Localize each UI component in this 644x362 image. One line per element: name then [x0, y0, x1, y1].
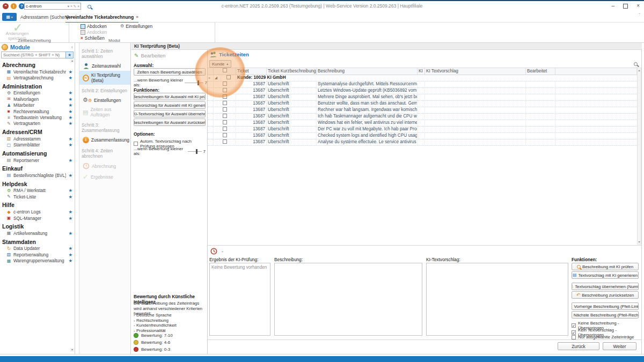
rating-slider[interactable]	[185, 80, 203, 85]
col-kurzbeschreibung[interactable]: Ticket Kurzbeschreibung	[267, 68, 317, 75]
dock-icon	[80, 30, 85, 35]
apply-suggestion-button[interactable]: ▥KI-Textvorschlag für Auswahl übernehmen	[134, 110, 206, 117]
detail-check-button[interactable]: Beschreibung mit KI prüfen	[572, 263, 639, 270]
col-ki-textvorschlag[interactable]: KI Textvorschlag	[425, 68, 526, 75]
sidebar-item-centron-logs[interactable]: ◆ c-entron Logs ★	[0, 209, 75, 215]
table-row[interactable]: 13687 Überschrift Ich hab Taskmannager a…	[208, 114, 637, 120]
sidebar-item-ticket-liste[interactable]: ✎ Ticket-Liste ★	[0, 194, 75, 200]
row-checkbox[interactable]	[223, 101, 227, 105]
table-search-icon[interactable]	[634, 62, 638, 66]
step-zeitenauswahl[interactable]: Zeitenauswahl	[79, 61, 130, 71]
sidebar-item-reportserver[interactable]: ▤ Reportserver ★	[0, 157, 75, 163]
step-einstellungen[interactable]: ⚙⚙ Einstellungen	[79, 95, 130, 105]
selected-entries-only-checkbox[interactable]	[572, 335, 576, 339]
check-descriptions-button[interactable]: Beschreibungen für Auswahl mit KI prüfen	[134, 93, 206, 100]
col-beschreibung[interactable]: Beschreibung	[317, 68, 418, 75]
group-row-kunde[interactable]: ▸ ◢ Kunde: 10029 KI GmbH	[208, 75, 637, 82]
scroll-up-icon[interactable]: ▴	[70, 59, 74, 63]
row-checkbox[interactable]	[223, 94, 227, 99]
sidebar-item-mailvorlagen[interactable]: ✉ Mailvorlagen ★	[0, 96, 75, 102]
table-row[interactable]: 13687 Überschrift Letztes Windows-Update…	[208, 88, 637, 94]
next-description-button[interactable]: →Nächste Beschreibung (Pfeil-Rechts)	[572, 311, 639, 319]
skip-no-description-checkbox[interactable]: ✓	[572, 323, 576, 328]
sidebar-item-sql-manager[interactable]: ▣ SQL-Manager ★	[0, 215, 75, 221]
sidebar-item-einstellungen[interactable]: ⚙ Einstellungen ★	[0, 90, 75, 96]
rating-slider-2[interactable]	[188, 149, 202, 154]
step-ki-textpruefung[interactable]: KI KI Textprüfung (Beta)	[79, 71, 130, 85]
row-checkbox[interactable]	[223, 107, 227, 112]
suggestion-textarea[interactable]	[426, 263, 568, 336]
weiter-button[interactable]: Weiter	[603, 342, 636, 350]
col-ki[interactable]: KI	[418, 68, 425, 75]
detail-reset-button[interactable]: ↶Beschreibung zurücksetzen	[572, 291, 639, 299]
table-row[interactable]: 13687 Überschrift Analyse du système eff…	[208, 139, 637, 146]
row-checkbox[interactable]	[223, 127, 227, 131]
row-checkbox[interactable]	[223, 82, 227, 86]
main-menu-button[interactable]: ▦▾	[2, 13, 17, 21]
favorites-filter-button[interactable]: ★	[65, 51, 74, 58]
table-row[interactable]: 13687 Überschrift Checked system logs an…	[208, 133, 637, 139]
scroll-down-icon[interactable]: ▾	[70, 348, 74, 352]
sidebar-item-rma-werkstatt[interactable]: ⚙ RMA / Werkstatt ★	[0, 188, 75, 194]
table-row[interactable]: 13687 Überschrift Rechner war halt langs…	[208, 107, 637, 114]
group-by-kunde-chip[interactable]: Kunde ▲	[209, 60, 231, 68]
table-row[interactable]: 13687 Überschrift Benutzer wollte, dass …	[208, 101, 637, 107]
sidebar-collapse-icon[interactable]: ‹	[71, 45, 73, 50]
select-by-rating-button[interactable]: Zeiten nach Bewertung auswählen	[134, 68, 206, 76]
sidebar-scrollbar[interactable]: ▴ ▾	[70, 59, 74, 352]
scroll-up-icon[interactable]: ▴	[638, 68, 641, 72]
grid-vertical-scrollbar[interactable]: ▴ ▾	[637, 68, 641, 245]
sidebar-item-stammblaetter[interactable]: ▢ Stammblätter ★	[0, 142, 75, 148]
einstellungen-button[interactable]: ⚙Einstellungen	[120, 24, 152, 29]
auto-suggestion-checkbox[interactable]	[134, 142, 138, 146]
sidebar-item-warengruppenverwaltung[interactable]: ▦ Warengruppenverwaltung ★	[0, 257, 75, 263]
zurueck-button[interactable]: Zurück	[558, 342, 599, 350]
detail-apply-button[interactable]: ▥Textvorschlag übernehmen (Num0)	[572, 283, 639, 290]
andocken-button[interactable]: Andocken	[80, 29, 107, 35]
abdocken-button[interactable]: Abdocken	[80, 24, 107, 29]
ki-result-box[interactable]: Keine Bewertung vorhanden	[209, 263, 270, 336]
sidebar-item-vereinfachte-ticketabrechnung[interactable]: ▦ Vereinfachte Ticketabrechnung ★	[0, 69, 75, 75]
detail-funktionen-label: Funktionen:	[572, 257, 597, 262]
step-zusammenfassung[interactable]: i Zusammenfassung	[79, 135, 130, 145]
previous-description-button[interactable]: ←Vorherige Beschreibung (Pfeil-Links)	[572, 302, 639, 310]
sidebar-item-artikelverwaltung[interactable]: ▦ Artikelverwaltung ★	[0, 230, 75, 236]
generate-suggestion-button[interactable]: ▤Textvorschlag für Auswahl mit KI generi…	[134, 101, 206, 109]
sidebar-search-input[interactable]	[1, 51, 65, 58]
sidebar-item-rechteverwaltung[interactable]: ■ Rechteverwaltung ★	[0, 108, 75, 114]
reset-descriptions-button[interactable]: ↶Beschreibungen für Auswahl zurücksetzen	[134, 119, 206, 126]
col-ticket[interactable]: Ticket	[236, 68, 267, 75]
sidebar-item-textbaustein-verwaltung[interactable]: ≡ Textbaustein Verwaltung ★	[0, 114, 75, 120]
row-checkbox[interactable]	[223, 88, 227, 92]
sidebar-item-vertragsarten[interactable]: ✎ Vertragsarten ★	[0, 121, 75, 127]
description-textarea[interactable]	[274, 263, 422, 336]
selected-entries-only-option[interactable]: Nur ausgewählte Zeiteinträge	[572, 335, 634, 339]
table-row[interactable]: 13687 Überschrift Windows hat ein fehler…	[208, 120, 637, 127]
table-row[interactable]: 13687 Überschrift Systemanalyse durchgef…	[208, 82, 637, 88]
col-bearbeitet[interactable]: Bearbeitet	[526, 68, 555, 75]
sidebar-item-reportverwaltung[interactable]: ▧ Reportverwaltung ★	[0, 252, 75, 257]
table-row[interactable]: 13687 Überschrift Mehrere Dinge ausprobi…	[208, 94, 637, 101]
group-checkbox[interactable]	[226, 75, 231, 79]
table-row[interactable]: 13687 Überschrift Der PC war zu voll mit…	[208, 127, 637, 133]
sidebar-item-data-updater[interactable]: ↻ Data Updater ★	[0, 246, 75, 252]
row-checkbox[interactable]	[223, 133, 227, 137]
close-button[interactable]: ×	[636, 3, 640, 9]
row-checkbox[interactable]	[223, 139, 227, 144]
sidebar-item-adressstamm[interactable]: ▥ Adressstamm ★	[0, 136, 75, 142]
maximize-button[interactable]	[623, 4, 628, 9]
scroll-down-icon[interactable]: ▾	[638, 240, 641, 244]
sidebar-item-bestellvorschlagliste[interactable]: ▤ Bestellvorschlagliste (BVL) ★	[0, 172, 75, 178]
tab-vereinfachte-ticketabrechnung[interactable]: Vereinfachte Ticketabrechnung ×	[65, 12, 138, 23]
expand-icon[interactable]: ◢	[214, 75, 221, 81]
row-checkbox[interactable]	[223, 114, 227, 118]
centron-logo-icon	[2, 44, 8, 50]
detail-generate-button[interactable]: ▤Textvorschlag mit KI generieren	[572, 271, 639, 279]
tab-close-icon[interactable]: ×	[136, 14, 138, 19]
sidebar-item-vertragsabrechnung[interactable]: ▤ Vertragsabrechnung ★	[0, 75, 75, 80]
row-checkbox[interactable]	[223, 120, 227, 124]
sidebar-item-mitarbeiter[interactable]: ♟ Mitarbeiter ★	[0, 102, 75, 108]
minimize-button[interactable]: –	[612, 3, 615, 9]
skip-no-suggestion-checkbox[interactable]: ✓	[572, 330, 576, 335]
select-all-checkbox[interactable]	[223, 68, 227, 72]
